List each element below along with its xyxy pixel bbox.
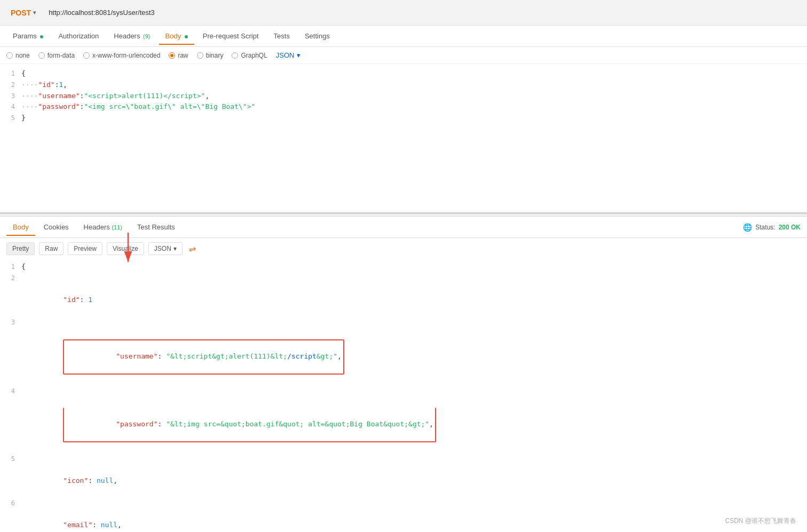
format-pretty[interactable]: Pretty	[6, 242, 35, 255]
resp-code-block: 1 { 2 "id": 1 3 "username": "&lt;script&…	[0, 259, 807, 532]
radio-graphql[interactable]: GraphQL	[232, 52, 267, 59]
resp-line-3: 3 "username": "&lt;script&gt;alert(111)&…	[0, 317, 807, 386]
status-bar: 🌐 Status: 200 OK	[743, 223, 801, 232]
radio-circle-binary	[197, 52, 203, 59]
json-dropdown[interactable]: JSON ▾	[276, 51, 300, 59]
radio-raw[interactable]: raw	[169, 52, 188, 59]
footer: CSDN @谁不想飞舞青春	[725, 517, 796, 526]
method-label: POST	[11, 9, 31, 17]
body-dot	[185, 35, 188, 38]
resp-format-bar: Pretty Raw Preview Visualize JSON ▾ ⇌	[0, 238, 807, 259]
tab-authorization[interactable]: Authorization	[52, 28, 105, 44]
req-line-4: 4 ····"password":"<img src=\"boat.gif\" …	[0, 101, 807, 113]
globe-icon: 🌐	[743, 223, 752, 232]
req-line-5: 5 }	[0, 113, 807, 124]
wrap-icon[interactable]: ⇌	[189, 244, 196, 254]
format-preview[interactable]: Preview	[68, 242, 102, 255]
resp-tab-test-results[interactable]: Test Results	[131, 219, 181, 235]
status-code: 200 OK	[779, 224, 801, 231]
tab-pre-request-script[interactable]: Pre-request Script	[196, 28, 265, 44]
request-tab-bar: Params Authorization Headers (9) Body Pr…	[0, 26, 807, 47]
resp-line-2: 2 "id": 1	[0, 273, 807, 317]
response-section: Body Cookies Headers (11) Test Results 🌐…	[0, 217, 807, 532]
resp-line-6: 6 "email": null,	[0, 498, 807, 532]
req-line-2: 2 ····"id":1,	[0, 80, 807, 91]
resp-body-area: 1 { 2 "id": 1 3 "username": "&lt;script&…	[0, 259, 807, 532]
resp-tab-headers[interactable]: Headers (11)	[77, 219, 129, 235]
resp-line-4: 4 "password": "&lt;img src=&quot;boat.gi…	[0, 386, 807, 454]
resp-tab-body[interactable]: Body	[6, 219, 35, 235]
radio-binary[interactable]: binary	[197, 52, 224, 59]
url-input[interactable]	[44, 6, 801, 19]
tab-body[interactable]: Body	[159, 28, 194, 44]
url-bar: POST ▾	[0, 0, 807, 26]
format-visualize[interactable]: Visualize	[107, 242, 144, 255]
radio-circle-raw	[169, 52, 175, 59]
radio-urlencoded[interactable]: x-www-form-urlencoded	[83, 52, 160, 59]
method-select[interactable]: POST ▾	[6, 6, 40, 19]
radio-form-data[interactable]: form-data	[38, 52, 75, 59]
radio-circle-form-data	[38, 52, 45, 59]
method-chevron: ▾	[33, 10, 36, 15]
tab-headers[interactable]: Headers (9)	[107, 28, 156, 44]
response-tab-bar: Body Cookies Headers (11) Test Results 🌐…	[0, 217, 807, 238]
resp-json-dropdown[interactable]: JSON ▾	[148, 242, 183, 255]
radio-circle-graphql	[232, 52, 238, 59]
req-line-1: 1 {	[0, 68, 807, 80]
resp-tab-cookies[interactable]: Cookies	[37, 219, 75, 235]
params-dot	[40, 35, 43, 38]
tab-params[interactable]: Params	[6, 28, 50, 44]
tab-settings[interactable]: Settings	[298, 28, 336, 44]
radio-circle-urlencoded	[83, 52, 90, 59]
req-line-3: 3 ····"username":"<script>alert(111)</sc…	[0, 91, 807, 102]
body-type-bar: none form-data x-www-form-urlencoded raw…	[0, 47, 807, 64]
resp-line-1: 1 {	[0, 261, 807, 273]
resp-line-5: 5 "icon": null,	[0, 454, 807, 498]
radio-circle-none	[6, 52, 13, 59]
radio-none[interactable]: none	[6, 52, 30, 59]
request-code-editor[interactable]: 1 { 2 ····"id":1, 3 ····"username":"<scr…	[0, 64, 807, 213]
tab-tests[interactable]: Tests	[267, 28, 296, 44]
format-raw[interactable]: Raw	[39, 242, 64, 255]
